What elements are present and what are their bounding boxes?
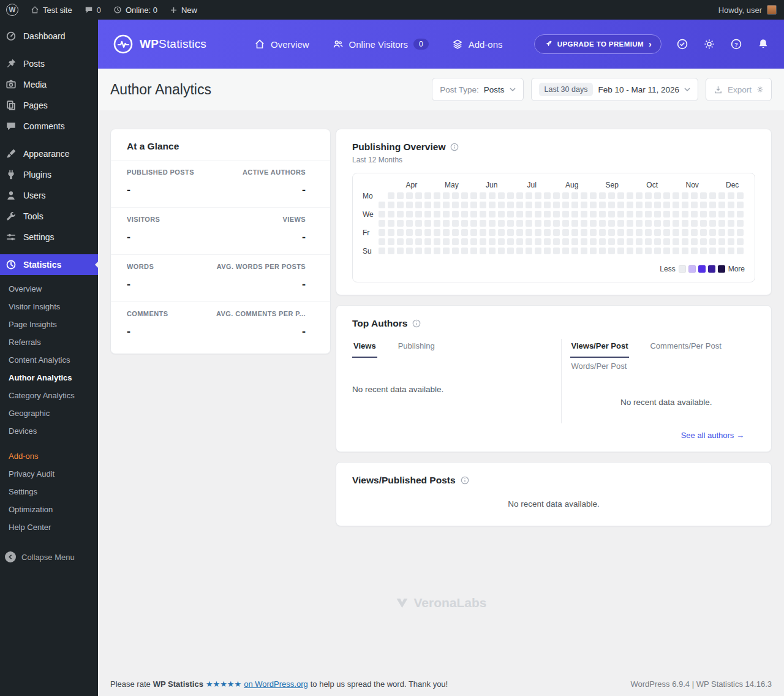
submenu-item-page-insights[interactable]: Page Insights	[0, 316, 98, 333]
heatmap-cell	[645, 192, 652, 199]
heatmap-cell	[516, 248, 523, 254]
submenu-item-geographic[interactable]: Geographic	[0, 404, 98, 422]
submenu-item-settings[interactable]: Settings	[0, 483, 98, 501]
heatmap-day-label	[363, 238, 379, 248]
sidebar-item-settings[interactable]: Settings	[0, 227, 98, 248]
online-users-link[interactable]: Online: 0	[107, 0, 164, 20]
bell-icon[interactable]	[757, 38, 769, 50]
tab-views[interactable]: Views	[352, 339, 377, 358]
submenu-item-content-analytics[interactable]: Content Analytics	[0, 351, 98, 369]
heatmap-cell	[663, 211, 670, 218]
heatmap-cell	[535, 238, 541, 245]
check-circle-icon[interactable]	[676, 38, 688, 50]
heatmap-cell	[654, 211, 661, 218]
heatmap-day-label	[363, 202, 379, 211]
stat-value: -	[127, 184, 216, 197]
info-icon[interactable]	[412, 319, 421, 328]
heatmap-day-label: We	[363, 211, 379, 220]
heatmap-cell	[682, 248, 688, 254]
user-avatar	[767, 5, 777, 15]
sidebar-item-plugins[interactable]: Plugins	[0, 164, 98, 185]
heatmap-cell	[700, 220, 707, 227]
export-button[interactable]: Export	[706, 78, 772, 101]
sidebar-item-statistics[interactable]: Statistics	[0, 254, 98, 275]
submenu-item-privacy-audit[interactable]: Privacy Audit	[0, 465, 98, 483]
heatmap-cell	[709, 238, 716, 245]
sidebar-item-media[interactable]: Media	[0, 74, 98, 95]
site-name-link[interactable]: Test site	[24, 0, 78, 20]
heatmap-month-label: Apr	[405, 181, 417, 189]
account-menu[interactable]: Howdy, user	[711, 0, 784, 20]
post-type-dropdown[interactable]: Post Type: Posts	[432, 78, 523, 101]
info-icon[interactable]	[450, 143, 459, 151]
submenu-item-help-center[interactable]: Help Center	[0, 518, 98, 536]
heatmap-cell	[718, 202, 725, 208]
heatmap-cell	[581, 211, 587, 218]
submenu-item-author-analytics[interactable]: Author Analytics	[0, 369, 98, 387]
heatmap-cell	[728, 192, 734, 199]
comments-admin-link[interactable]: 0	[78, 0, 107, 20]
heatmap-cell	[397, 238, 404, 245]
submenu-item-referrals[interactable]: Referrals	[0, 333, 98, 351]
users-icon	[5, 189, 17, 202]
stat-label: AVG. WORDS PER POSTS	[216, 263, 306, 270]
tab-views-per-post[interactable]: Views/Per Post	[570, 339, 630, 358]
legend-scale	[679, 265, 725, 273]
wordpress-menu[interactable]: W	[0, 0, 24, 20]
pages-icon	[5, 99, 17, 112]
heatmap-cell	[700, 211, 707, 218]
sidebar-item-users[interactable]: Users	[0, 185, 98, 206]
submenu-item-devices[interactable]: Devices	[0, 422, 98, 440]
sidebar-item-label: Pages	[23, 100, 48, 110]
see-all-authors-link[interactable]: See all authors →	[681, 431, 744, 440]
heatmap-cell	[498, 220, 505, 227]
sidebar-item-dashboard[interactable]: Dashboard	[0, 26, 98, 47]
heatmap-cell	[507, 238, 514, 245]
submenu-item-overview[interactable]: Overview	[0, 280, 98, 298]
collapse-menu-button[interactable]: Collapse Menu	[0, 546, 98, 568]
submenu-item-optimization[interactable]: Optimization	[0, 501, 98, 518]
header-nav-overview[interactable]: Overview	[254, 39, 309, 50]
wp-statistics-brand[interactable]: WPStatistics	[113, 34, 206, 55]
help-circle-icon[interactable]: ?	[730, 38, 742, 50]
sidebar-item-posts[interactable]: Posts	[0, 53, 98, 74]
heatmap-cell	[636, 202, 643, 208]
tab-words-per-post[interactable]: Words/Per Post	[570, 359, 628, 378]
heatmap-cell	[728, 220, 734, 227]
heatmap-cell	[581, 192, 587, 199]
heatmap-month-labels: AprMayJunJulAugSepOctNovDec	[379, 181, 745, 192]
sidebar-item-comments[interactable]: Comments	[0, 116, 98, 137]
info-icon[interactable]	[461, 476, 469, 485]
heatmap-cell	[682, 192, 688, 199]
heatmap-cell	[507, 229, 514, 236]
submenu-item-visitor-insights[interactable]: Visitor Insights	[0, 298, 98, 316]
heatmap-cell	[636, 229, 643, 236]
date-range-picker[interactable]: Last 30 days Feb 10 - Mar 11, 2026	[531, 78, 698, 101]
upgrade-premium-button[interactable]: UPGRADE TO PREMIUM ›	[534, 34, 662, 54]
heatmap-month-label: Sep	[606, 181, 619, 189]
statistics-icon	[5, 259, 17, 271]
heatmap-cell	[571, 220, 578, 227]
sidebar-item-label: Media	[23, 80, 47, 89]
stat-value: -	[216, 184, 306, 197]
header-nav-add-ons[interactable]: Add-ons	[452, 39, 503, 50]
tab-comments-per-post[interactable]: Comments/Per Post	[649, 339, 722, 358]
tab-publishing[interactable]: Publishing	[397, 339, 436, 358]
rating-stars[interactable]: ★★★★★	[206, 679, 241, 689]
heatmap-cell	[388, 238, 394, 245]
gear-icon[interactable]	[703, 38, 715, 50]
submenu-item-category-analytics[interactable]: Category Analytics	[0, 387, 98, 404]
sidebar-item-tools[interactable]: Tools	[0, 206, 98, 227]
chevron-down-icon	[510, 88, 516, 91]
stat-value: -	[127, 231, 216, 244]
heatmap-cell	[470, 220, 477, 227]
sidebar-item-appearance[interactable]: Appearance	[0, 143, 98, 164]
header-nav-online-visitors[interactable]: Online Visitors0	[333, 39, 429, 50]
wordpress-org-link[interactable]: on WordPress.org	[244, 679, 308, 689]
new-content-link[interactable]: New	[164, 0, 203, 20]
heatmap-cell	[608, 211, 615, 218]
submenu-item-add-ons[interactable]: Add-ons	[0, 447, 98, 465]
heatmap-cell	[590, 248, 597, 254]
heatmap-cell	[700, 238, 707, 245]
sidebar-item-pages[interactable]: Pages	[0, 95, 98, 116]
